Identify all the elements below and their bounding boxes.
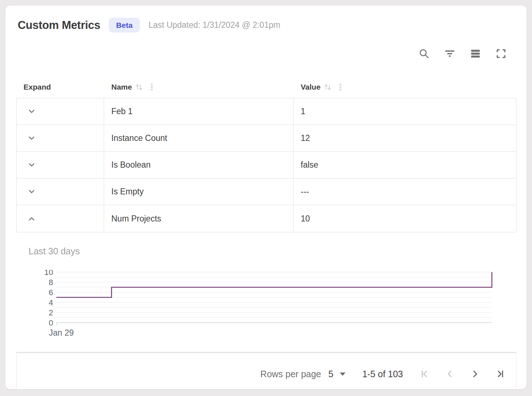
search-icon[interactable] [418, 47, 430, 60]
metric-name-cell: Feb 1 [104, 98, 293, 125]
metric-value-cell: 10 [293, 205, 516, 232]
collapse-row-chevron-icon[interactable] [27, 214, 36, 223]
fullscreen-icon[interactable] [495, 47, 507, 60]
metric-value-cell: --- [293, 178, 516, 205]
beta-badge: Beta [109, 18, 140, 33]
chart-title: Last 30 days [29, 246, 80, 257]
rows-per-page-value: 5 [329, 369, 334, 379]
column-header-expand: Expand [16, 83, 104, 91]
first-page-icon [420, 369, 430, 379]
expand-row-chevron-icon[interactable] [27, 134, 36, 143]
pagination-controls [420, 369, 505, 379]
table-toolbar [418, 47, 507, 60]
column-menu-icon[interactable] [337, 82, 344, 92]
table-body: Feb 11Instance Count12Is BooleanfalseIs … [16, 98, 516, 232]
table-row: Feb 11 [17, 98, 516, 125]
table-row: Num Projects10 [17, 205, 516, 232]
expand-cell [17, 125, 104, 151]
expand-cell [17, 98, 104, 125]
column-label: Name [111, 83, 132, 91]
table-header-row: Expand Name [16, 76, 516, 98]
metric-value-cell: 1 [293, 98, 516, 125]
expand-row-chevron-icon[interactable] [27, 107, 36, 116]
metric-name-cell: Is Empty [104, 178, 293, 205]
column-header-value: Value [293, 82, 516, 92]
rows-per-page-select[interactable]: 5 [329, 369, 346, 379]
expand-row-chevron-icon[interactable] [27, 160, 36, 170]
table-row: Is Booleanfalse [17, 152, 516, 178]
custom-metrics-card: Custom Metrics Beta Last Updated: 1/31/2… [5, 5, 527, 389]
column-header-name: Name [104, 82, 293, 92]
page-title: Custom Metrics [18, 19, 100, 32]
y-axis-tick-label: 6 [49, 288, 53, 297]
metric-name-cell: Is Boolean [104, 152, 293, 178]
metric-name-cell: Instance Count [104, 125, 293, 151]
header: Custom Metrics Beta Last Updated: 1/31/2… [18, 18, 280, 33]
page-background: Custom Metrics Beta Last Updated: 1/31/2… [0, 0, 532, 396]
y-axis-tick-label: 0 [49, 318, 53, 327]
column-label: Value [301, 83, 321, 91]
y-axis-tick-label: 4 [49, 298, 53, 307]
metric-value-cell: false [293, 152, 516, 178]
dropdown-arrow-icon [340, 373, 346, 376]
metric-name-cell: Num Projects [104, 205, 293, 232]
x-axis-tick-label: Jan 29 [49, 328, 74, 337]
y-axis-tick-label: 2 [49, 308, 53, 317]
metrics-table: Expand Name [16, 76, 516, 232]
sort-icon[interactable] [135, 82, 143, 92]
y-axis-tick-label: 10 [44, 270, 53, 277]
expand-cell [17, 178, 104, 205]
y-axis-tick-label: 8 [49, 278, 53, 287]
expand-cell [17, 152, 104, 178]
table-footer: Rows per page 5 1-5 of 103 [16, 352, 516, 390]
expand-row-chevron-icon[interactable] [27, 187, 36, 197]
table-row: Instance Count12 [17, 125, 516, 152]
rows-per-page-label: Rows per page [260, 369, 321, 379]
metric-value-cell: 12 [293, 125, 516, 151]
expand-cell [17, 205, 104, 232]
last-updated-text: Last Updated: 1/31/2024 @ 2:01pm [149, 20, 280, 30]
pagination-range-label: 1-5 of 103 [362, 369, 403, 379]
metric-trend-line [56, 272, 492, 297]
column-label: Expand [23, 83, 51, 91]
density-icon[interactable] [469, 47, 481, 60]
metric-trend-chart: 0246810Jan 29 [37, 270, 503, 342]
filter-icon[interactable] [443, 47, 456, 60]
last-page-icon[interactable] [494, 369, 505, 379]
previous-page-icon [445, 369, 455, 379]
table-row: Is Empty--- [17, 178, 516, 205]
column-menu-icon[interactable] [149, 82, 155, 92]
sort-icon[interactable] [323, 82, 332, 92]
next-page-icon[interactable] [469, 369, 480, 379]
